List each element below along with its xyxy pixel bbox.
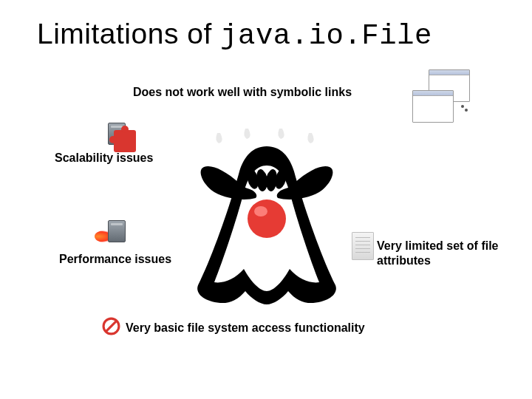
slide-title: Limitations of java.io.File [37,18,510,52]
linked-windows-icon [411,69,479,121]
point-symbolic-links: Does not work well with symbolic links [133,85,352,100]
point-basic-access: Very basic file system access functional… [126,321,365,335]
document-icon [352,232,374,260]
title-code: java.io.File [220,20,432,52]
point-performance: Performance issues [59,252,171,267]
title-plain: Limitations of [37,18,220,50]
svg-point-3 [254,206,267,216]
server-puzzle-icon [103,118,139,154]
no-entry-icon [102,317,120,335]
server-speed-icon [95,217,134,250]
point-attributes: Very limited set of file attributes [377,239,510,268]
svg-point-2 [248,200,286,238]
java-duke-mascot-icon [182,124,352,310]
svg-line-1 [106,321,116,331]
